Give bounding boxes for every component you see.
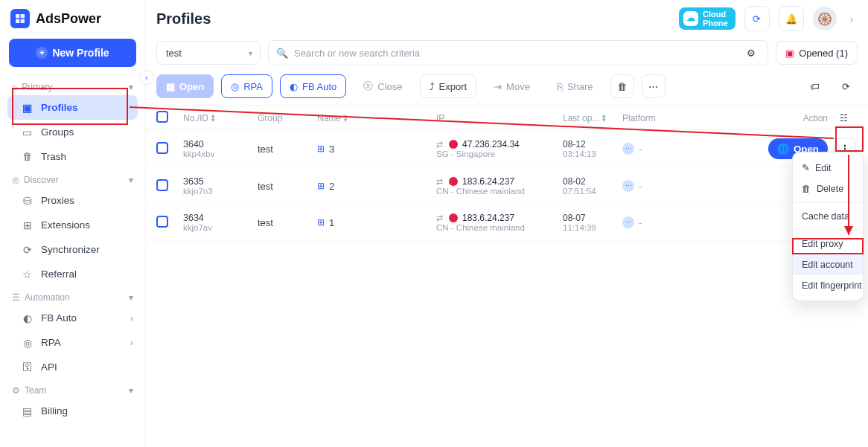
header-no[interactable]: No./ID ▴▾ bbox=[183, 113, 258, 123]
sidebar-item-label: Billing bbox=[41, 405, 68, 417]
billing-icon: ▤ bbox=[21, 405, 33, 417]
filter-sliders-button[interactable]: ⚙ bbox=[742, 44, 760, 62]
table-header: No./ID ▴▾ Group Name ▴▾ IP Last op... ▴▾… bbox=[146, 106, 868, 130]
select-all-checkbox[interactable] bbox=[156, 111, 168, 123]
cloudphone-badge[interactable]: ☁ Cloud Phone bbox=[679, 7, 735, 30]
export-button[interactable]: ⤴ Export bbox=[420, 74, 477, 98]
header-last[interactable]: Last op... ▴▾ bbox=[563, 113, 622, 123]
windows-icon: ⊞ bbox=[317, 181, 325, 191]
flag-icon bbox=[449, 177, 458, 186]
menu-cache-data[interactable]: Cache data bbox=[793, 206, 863, 227]
move-button[interactable]: ⇥ Move bbox=[484, 74, 540, 98]
cell-name: ⊞2 bbox=[317, 181, 436, 192]
section-primary[interactable]: ⌂ Primary ▾ bbox=[0, 79, 145, 95]
brand-text: AdsPower bbox=[36, 11, 101, 27]
swap-icon: ⇄ bbox=[436, 177, 443, 187]
sync-icon: ⟳ bbox=[21, 243, 33, 256]
fbauto-button[interactable]: ◐ FB Auto bbox=[280, 74, 346, 98]
cell-last: 08-0207:51:54 bbox=[563, 176, 622, 196]
sidebar-item-referral[interactable]: ☆ Referral bbox=[0, 262, 145, 286]
sidebar-item-label: Profiles bbox=[41, 102, 78, 113]
fbauto-icon: ◐ bbox=[290, 81, 298, 92]
tags-button[interactable]: 🏷 bbox=[802, 74, 826, 98]
open-button[interactable]: ▦ Open bbox=[156, 74, 214, 98]
sort-icon: ▴▾ bbox=[211, 114, 215, 122]
cell-ip: ⇄47.236.234.34SG - Singapore bbox=[436, 139, 563, 158]
chevron-right-icon: › bbox=[130, 312, 134, 324]
menu-edit-proxy[interactable]: Edit proxy bbox=[793, 234, 863, 254]
cell-ip: ⇄183.6.24.237CN - Chinese mainland bbox=[436, 176, 563, 196]
delete-button[interactable]: 🗑 bbox=[610, 74, 634, 98]
trash-icon: 🗑 bbox=[617, 81, 627, 92]
row-checkbox[interactable] bbox=[156, 216, 168, 228]
menu-edit-account[interactable]: Edit account bbox=[793, 254, 863, 275]
header-platform[interactable]: Platform bbox=[622, 113, 741, 123]
folder-icon: ▣ bbox=[21, 101, 33, 114]
more-button[interactable]: ⋯ bbox=[642, 74, 666, 98]
sidebar-item-profiles[interactable]: ▣ Profiles bbox=[7, 95, 138, 120]
sidebar-item-billing[interactable]: ▤ Billing bbox=[0, 399, 145, 423]
sidebar-item-api[interactable]: ⚿ API bbox=[0, 355, 145, 379]
section-automation[interactable]: ☰ Automation ▾ bbox=[0, 289, 145, 306]
avatar-icon: 🛞 bbox=[817, 12, 832, 26]
sidebar-item-rpa[interactable]: ◎ RPA › bbox=[0, 330, 145, 355]
chevron-down-icon: ▾ bbox=[129, 292, 133, 303]
sidebar-item-trash[interactable]: 🗑 Trash bbox=[0, 144, 145, 169]
row-checkbox[interactable] bbox=[156, 179, 168, 191]
sidebar-collapse-button[interactable]: ‹ bbox=[139, 70, 154, 85]
windows-icon: ⊞ bbox=[317, 144, 325, 154]
logo-icon bbox=[10, 9, 30, 28]
cell-platform: ⋯- bbox=[622, 216, 741, 228]
opened-filter-button[interactable]: ▣ Opened (1) bbox=[776, 41, 858, 65]
topbar: Profiles ☁ Cloud Phone ⟳ 🔔 🛞 › bbox=[146, 0, 868, 37]
cell-no: 3635kkjo7n3 bbox=[183, 176, 258, 196]
chevron-down-icon: ▾ bbox=[129, 82, 133, 92]
chevron-left-icon: ‹ bbox=[145, 73, 148, 82]
globe-icon: 🌐 bbox=[777, 144, 790, 155]
sidebar-item-label: Groups bbox=[41, 126, 74, 138]
cell-no: 3640kkp4xbv bbox=[183, 139, 258, 158]
api-icon: ⚿ bbox=[21, 361, 33, 373]
sidebar-item-groups[interactable]: ▭ Groups bbox=[0, 120, 145, 144]
sort-icon: ▴▾ bbox=[344, 114, 348, 122]
sidebar-item-label: RPA bbox=[41, 337, 61, 348]
sidebar-item-fbauto[interactable]: ◐ FB Auto › bbox=[0, 306, 145, 330]
cell-last: 08-0711:14:39 bbox=[563, 213, 622, 232]
notifications-button[interactable]: 🔔 bbox=[779, 6, 804, 31]
close-button[interactable]: ⓧ Close bbox=[354, 74, 412, 98]
header-ip[interactable]: IP bbox=[436, 113, 563, 123]
new-profile-button[interactable]: + New Profile bbox=[9, 39, 136, 67]
columns-settings-button[interactable]: ☷ bbox=[840, 113, 858, 123]
search-input[interactable] bbox=[294, 48, 736, 59]
header-name[interactable]: Name ▴▾ bbox=[317, 113, 436, 123]
logo: AdsPower bbox=[0, 4, 145, 39]
sidebar-item-extensions[interactable]: ⊞ Extensions bbox=[0, 213, 145, 237]
cell-last: 08-1203:14:13 bbox=[563, 139, 622, 158]
sidebar-item-label: API bbox=[41, 361, 57, 373]
group-select[interactable]: test bbox=[156, 41, 261, 65]
chevron-right-icon[interactable]: › bbox=[846, 13, 858, 25]
chevron-down-icon: ▾ bbox=[129, 385, 133, 396]
section-discover[interactable]: ◎ Discover ▾ bbox=[0, 172, 145, 188]
toolbar: ▦ Open ◎ RPA ◐ FB Auto ⓧ Close ⤴ Export … bbox=[146, 73, 868, 106]
menu-delete[interactable]: 🗑Delete bbox=[793, 179, 863, 199]
sidebar-item-proxies[interactable]: ⛁ Proxies bbox=[0, 188, 145, 213]
menu-edit[interactable]: ✎Edit bbox=[793, 157, 863, 179]
share-button[interactable]: ⎘ Share bbox=[547, 74, 603, 98]
rpa-button[interactable]: ◎ RPA bbox=[221, 74, 272, 98]
reload-button[interactable]: ⟳ bbox=[834, 74, 858, 98]
sidebar-item-synchronizer[interactable]: ⟳ Synchronizer bbox=[0, 237, 145, 262]
sidebar-item-label: Proxies bbox=[41, 195, 74, 206]
row-context-menu: ✎Edit 🗑Delete Cache data Edit proxy Edit… bbox=[792, 152, 864, 301]
avatar[interactable]: 🛞 bbox=[813, 7, 837, 30]
cell-no: 3634kkjo7av bbox=[183, 213, 258, 232]
row-checkbox[interactable] bbox=[156, 142, 168, 154]
menu-edit-fingerprint[interactable]: Edit fingerprint bbox=[793, 275, 863, 296]
header-group[interactable]: Group bbox=[258, 113, 317, 123]
chevron-right-icon: › bbox=[130, 337, 134, 348]
refresh-button[interactable]: ⟳ bbox=[744, 6, 770, 31]
cell-group: test bbox=[258, 144, 317, 155]
section-team[interactable]: ⚙ Team ▾ bbox=[0, 382, 145, 399]
sliders-icon: ⚙ bbox=[747, 48, 756, 59]
cloudphone-icon: ☁ bbox=[683, 11, 698, 26]
